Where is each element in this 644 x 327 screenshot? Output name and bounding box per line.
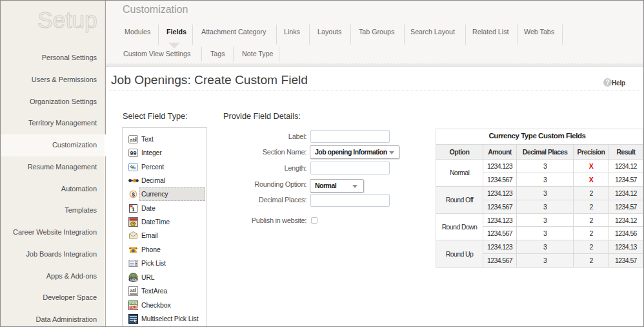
svg-text:%: % bbox=[130, 164, 136, 171]
svg-text:URL: URL bbox=[130, 278, 138, 282]
svg-text:$: $ bbox=[132, 191, 135, 198]
svg-text:ab: ab bbox=[130, 288, 136, 293]
svg-text:TRUE: TRUE bbox=[130, 302, 137, 305]
svg-text:Setup: Setup bbox=[37, 7, 97, 33]
svg-text:ab: ab bbox=[130, 137, 136, 143]
svg-text:1: 1 bbox=[132, 206, 135, 213]
svg-text:FALSE: FALSE bbox=[130, 306, 138, 310]
svg-text:99: 99 bbox=[130, 150, 137, 156]
